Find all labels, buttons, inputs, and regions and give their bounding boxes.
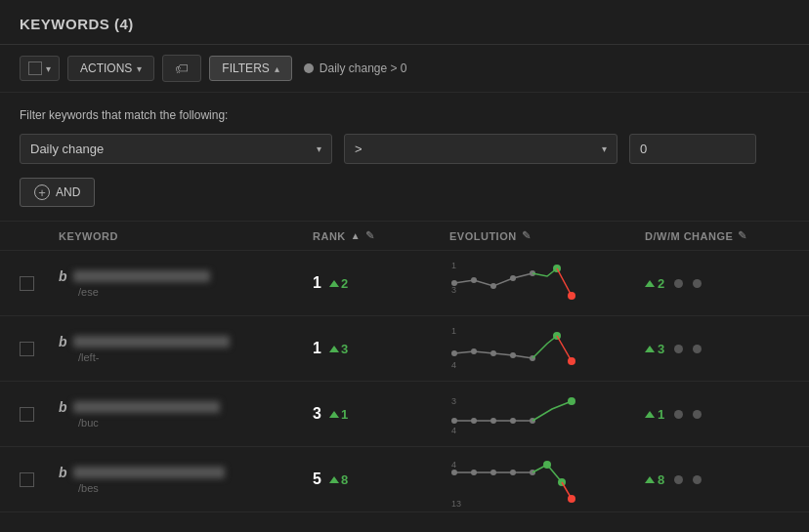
keyword-path: /buc	[59, 417, 313, 429]
svg-text:3: 3	[451, 285, 456, 295]
filter-instructions: Filter keywords that match the following…	[20, 108, 789, 122]
sort-asc-icon: ▲	[351, 230, 361, 241]
row-4-rank: 5 8	[313, 471, 449, 488]
chevron-down-icon: ▾	[46, 63, 51, 74]
dwm-weekly-dot	[674, 279, 683, 288]
bing-icon: b	[59, 465, 67, 480]
up-arrow-icon	[329, 280, 339, 287]
svg-text:3: 3	[451, 396, 456, 406]
rank-change: 8	[329, 472, 348, 487]
row-2-checkbox[interactable]	[20, 342, 59, 356]
dwm-daily: 2	[645, 276, 664, 291]
row-3-rank: 3 1	[313, 405, 449, 423]
row-3-checkbox[interactable]	[20, 407, 59, 422]
filter-section: Filter keywords that match the following…	[0, 93, 809, 217]
dwm-weekly-dot	[674, 410, 683, 419]
th-evolution: EVOLUTION ✎	[449, 229, 645, 242]
svg-text:4: 4	[451, 460, 456, 470]
dwm-monthly-dot	[693, 279, 702, 288]
row-4-dwm: 8	[645, 472, 809, 487]
row-2-dwm: 3	[645, 342, 809, 356]
row-1-rank: 1 2	[313, 274, 449, 292]
row-1-keyword: b /ese	[59, 268, 313, 298]
filter-value-input[interactable]	[629, 134, 756, 164]
active-filter-badge: Daily change > 0	[304, 61, 407, 75]
up-arrow-icon	[329, 411, 339, 418]
th-rank: RANK ▲ ✎	[313, 229, 449, 242]
filter-operator-select[interactable]: > ▾	[344, 134, 617, 164]
row-2-rank: 1 3	[313, 340, 449, 357]
row-checkbox-icon	[28, 61, 42, 75]
row-1-evolution: 1 3	[449, 259, 645, 307]
tag-icon: 🏷	[175, 61, 189, 76]
svg-text:1: 1	[451, 326, 456, 336]
edit-rank-icon[interactable]: ✎	[365, 229, 375, 242]
row-3-keyword: b /buc	[59, 399, 313, 429]
table-row: b /left- 1 3 1	[0, 316, 809, 382]
table-header: KEYWORD RANK ▲ ✎ EVOLUTION ✎ D/W/M CHANG…	[0, 221, 809, 251]
dwm-monthly-dot	[693, 475, 702, 484]
dwm-monthly-dot	[693, 410, 702, 419]
chevron-down-icon: ▾	[137, 63, 142, 74]
table-row: b /buc 3 1 3 4	[0, 382, 809, 447]
keyword-text	[73, 270, 210, 282]
svg-text:13: 13	[451, 499, 461, 509]
dwm-daily: 1	[645, 407, 664, 422]
row-4-keyword: b /bes	[59, 465, 313, 494]
svg-text:4: 4	[451, 426, 456, 435]
bing-icon: b	[59, 268, 67, 284]
row-4-evolution: 4 13	[449, 455, 645, 504]
filter-dot-icon	[304, 63, 314, 73]
chevron-down-icon: ▾	[602, 143, 607, 154]
keyword-text	[73, 467, 225, 478]
plus-circle-icon: +	[34, 184, 50, 200]
chevron-down-icon: ▾	[317, 143, 321, 154]
rank-change: 3	[329, 342, 348, 356]
rank-change: 1	[329, 407, 348, 422]
dwm-daily: 3	[645, 342, 664, 356]
svg-text:4: 4	[451, 360, 456, 370]
keyword-path: /bes	[59, 482, 313, 494]
svg-text:1: 1	[451, 261, 456, 270]
checkbox-select-button[interactable]: ▾	[20, 56, 60, 81]
page-title: KEYWORDS (4)	[20, 16, 134, 32]
row-4-checkbox[interactable]	[20, 472, 59, 487]
edit-dwm-icon[interactable]: ✎	[738, 229, 747, 242]
table-row: b /ese 1 2 1	[0, 251, 809, 316]
keyword-text	[73, 401, 220, 413]
table-row: b /bes 5 8	[0, 447, 809, 512]
th-checkbox	[20, 229, 59, 242]
row-3-dwm: 1	[645, 407, 809, 422]
row-2-evolution: 1 4	[449, 324, 645, 373]
row-3-evolution: 3 4	[449, 389, 645, 438]
chevron-up-icon: ▴	[275, 63, 279, 74]
row-1-checkbox[interactable]	[20, 276, 59, 291]
row-2-keyword: b /left-	[59, 334, 313, 363]
keyword-text	[73, 336, 230, 348]
row-1-dwm: 2	[645, 276, 809, 291]
dwm-weekly-dot	[674, 475, 683, 484]
dwm-daily: 8	[645, 472, 664, 487]
keyword-path: /left-	[59, 351, 313, 363]
dwm-weekly-dot	[674, 345, 683, 353]
bing-icon: b	[59, 334, 67, 349]
th-dwm: D/W/M CHANGE ✎	[645, 229, 809, 242]
filters-button[interactable]: FILTERS ▴	[209, 56, 291, 81]
actions-button[interactable]: ACTIONS ▾	[67, 56, 154, 81]
th-keyword: KEYWORD	[59, 229, 313, 242]
keywords-table: KEYWORD RANK ▲ ✎ EVOLUTION ✎ D/W/M CHANG…	[0, 221, 809, 512]
keyword-path: /ese	[59, 286, 313, 298]
page-header: KEYWORDS (4)	[0, 0, 809, 45]
filter-row: Daily change ▾ > ▾	[20, 134, 789, 164]
rank-change: 2	[329, 276, 348, 291]
bing-icon: b	[59, 399, 67, 415]
edit-evolution-icon[interactable]: ✎	[522, 229, 532, 242]
dwm-monthly-dot	[693, 345, 702, 353]
and-button[interactable]: + AND	[20, 178, 95, 207]
up-arrow-icon	[329, 346, 339, 352]
filter-field-select[interactable]: Daily change ▾	[20, 134, 332, 164]
tag-button[interactable]: 🏷	[162, 55, 201, 82]
toolbar: ▾ ACTIONS ▾ 🏷 FILTERS ▴ Daily change > 0	[0, 45, 809, 93]
up-arrow-icon	[329, 476, 339, 483]
